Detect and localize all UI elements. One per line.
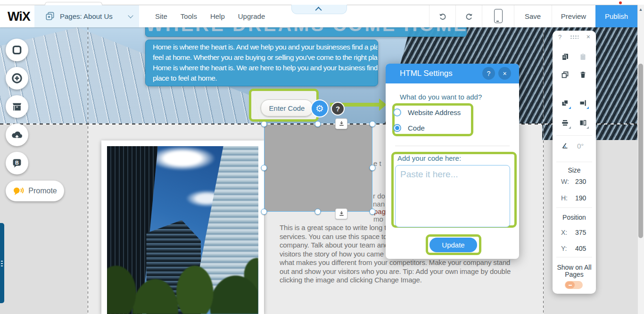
panel-help-button[interactable]: ? <box>558 33 561 41</box>
duplicate-button[interactable] <box>559 68 571 81</box>
redo-button[interactable] <box>456 5 482 27</box>
promote-megaphone-icon <box>13 186 25 196</box>
element-toolbar-panel: ? × <box>553 31 596 294</box>
dialog-title: HTML Settings <box>400 69 453 78</box>
square-icon <box>12 45 22 55</box>
arrange-icon <box>561 99 569 107</box>
resize-handle-nw[interactable] <box>261 121 267 127</box>
topbar-collapse-tab[interactable] <box>291 5 347 14</box>
dialog-header[interactable]: HTML Settings ? × <box>386 64 519 83</box>
height-value[interactable]: 190 <box>575 194 586 202</box>
app-market-button[interactable] <box>6 95 28 118</box>
copy-icon <box>561 53 569 61</box>
stretch-to-top-button[interactable] <box>335 118 347 129</box>
distribute-button[interactable] <box>559 116 571 129</box>
panel-drag-handle[interactable] <box>570 35 578 39</box>
mobile-view-button[interactable] <box>483 5 514 27</box>
align-button[interactable] <box>577 97 589 109</box>
radio-code[interactable]: Code <box>393 124 425 132</box>
redo-icon <box>464 11 474 21</box>
width-value[interactable]: 230 <box>575 178 586 185</box>
align-icon <box>579 99 587 107</box>
code-input[interactable] <box>395 165 510 227</box>
text-fragment-link: pag <box>374 207 386 215</box>
y-value[interactable]: 405 <box>575 245 586 252</box>
about-us-photo[interactable] <box>101 140 264 314</box>
dialog-question-label: What do you want to add? <box>400 93 482 101</box>
undo-button[interactable] <box>430 5 455 27</box>
save-button[interactable]: Save <box>514 5 552 27</box>
menu-help[interactable]: Help <box>204 5 231 27</box>
question-icon: ? <box>336 105 340 113</box>
x-value[interactable]: 375 <box>575 229 586 236</box>
resize-handle-s[interactable] <box>315 209 321 215</box>
resize-handle-w[interactable] <box>261 165 267 171</box>
text-fragment: mo <box>373 215 383 223</box>
radio-website-address[interactable]: Website Address <box>393 108 461 116</box>
pages-icon <box>45 11 55 21</box>
resize-handle-sw[interactable] <box>261 209 267 215</box>
resize-handle-n[interactable] <box>315 121 321 127</box>
html-widget-placeholder[interactable] <box>264 124 372 212</box>
blog-button[interactable]: B <box>6 152 28 174</box>
menu-tools[interactable]: Tools <box>174 5 204 27</box>
rotation-value[interactable]: 0° <box>577 142 584 150</box>
enter-code-button[interactable]: Enter Code <box>261 99 313 116</box>
hero-paragraph-box[interactable]: Home is where the heart is. And we help … <box>145 40 378 86</box>
paste-button[interactable] <box>577 50 589 63</box>
add-element-button[interactable] <box>6 67 28 90</box>
x-label: X: <box>561 229 567 236</box>
match-size-button[interactable] <box>577 116 589 129</box>
distribute-icon <box>561 119 569 127</box>
mobile-phone-icon <box>494 9 503 23</box>
y-label: Y: <box>561 245 567 252</box>
match-size-icon <box>579 119 587 127</box>
radio-selected-icon <box>393 124 401 132</box>
background-button[interactable] <box>6 39 28 61</box>
menu-upgrade[interactable]: Upgrade <box>231 5 272 27</box>
dialog-help-button[interactable]: ? <box>482 67 495 80</box>
promote-button[interactable]: Promote <box>6 181 64 201</box>
resize-handle-se[interactable] <box>370 209 376 215</box>
show-on-all-pages-label: Show on All <box>553 264 596 271</box>
wix-logo: WiX <box>5 9 33 24</box>
panel-close-button[interactable]: × <box>586 33 590 41</box>
undo-icon <box>438 11 448 21</box>
pages-label: Pages: About Us <box>60 12 113 20</box>
copy-button[interactable] <box>559 50 571 63</box>
hero-line: place to feel at home. <box>146 73 378 83</box>
dialog-close-button[interactable]: × <box>498 67 511 80</box>
dialog-divider <box>395 146 510 146</box>
html-settings-dialog: HTML Settings ? × What do you want to ad… <box>386 64 519 259</box>
browser-scrollbar-thumb[interactable] <box>638 64 643 238</box>
rotate-button[interactable] <box>559 139 571 151</box>
feedback-side-tab[interactable] <box>0 223 4 303</box>
scrollbar-up-arrow[interactable]: ▲ <box>637 6 644 13</box>
update-button[interactable]: Update <box>429 238 477 252</box>
arrange-button[interactable] <box>559 97 571 109</box>
uploads-button[interactable] <box>6 124 28 146</box>
svg-text:B: B <box>15 160 19 165</box>
browser-fragment <box>45 2 102 5</box>
resize-handle-e[interactable] <box>370 165 376 171</box>
market-icon <box>11 101 23 112</box>
question-icon: ? <box>487 70 491 77</box>
section-divider-dashed <box>0 124 644 124</box>
resize-handle-ne[interactable] <box>370 121 376 127</box>
settings-gear-button[interactable]: ⚙ <box>311 99 329 117</box>
menu-site[interactable]: Site <box>149 5 174 27</box>
widget-help-button[interactable]: ? <box>331 102 345 116</box>
paste-icon <box>579 53 587 61</box>
publish-button[interactable]: Publish <box>595 5 637 27</box>
preview-button[interactable]: Preview <box>552 5 595 27</box>
cloud-upload-icon <box>11 129 23 141</box>
plus-icon <box>11 73 23 84</box>
pages-dropdown[interactable]: Pages: About Us <box>34 5 139 27</box>
height-label: H: <box>561 194 568 202</box>
hero-line: Home is where the heart is. And we help … <box>146 42 378 52</box>
code-label: Add your code here: <box>397 154 461 162</box>
show-on-all-pages-toggle[interactable] <box>565 281 583 289</box>
stretch-to-bottom-button[interactable] <box>335 208 347 219</box>
wix-editor-window: WHERE DREAMS COME HOME Home is where the… <box>0 0 644 314</box>
delete-button[interactable] <box>577 68 589 81</box>
